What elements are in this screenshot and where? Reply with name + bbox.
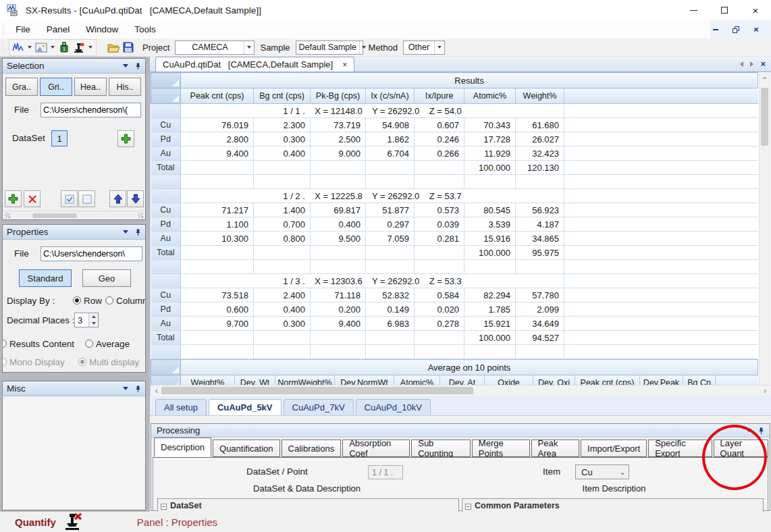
geo-button[interactable]: Geo [82,269,131,287]
properties-menu-icon[interactable] [123,230,128,234]
cell-au-1[interactable]: 0.300 [254,317,311,331]
menu-item-tools[interactable]: Tools [126,22,164,37]
row-header-total[interactable]: Total [151,331,181,345]
cell-cu-6[interactable]: 61.680 [516,118,564,132]
cell-total-3[interactable] [366,161,415,175]
cell-au-0[interactable]: 9.400 [181,147,254,161]
row-header-empty[interactable] [151,274,181,288]
cell-cu-2[interactable]: 73.719 [311,118,366,132]
item-combobox[interactable]: Cu ⌄ [575,464,629,479]
combobox-sample-arrow-icon[interactable] [359,41,368,54]
cell-au-2[interactable]: 9.000 [311,147,366,161]
cell-au-5[interactable]: 15.921 [464,317,516,331]
column-radio[interactable] [105,296,113,304]
combobox-method-arrow-icon[interactable] [434,41,444,54]
combobox-project-arrow-icon[interactable] [244,41,254,54]
cell-au-6[interactable]: 32.423 [516,147,564,161]
column-header-1[interactable]: Bg cnt (cps) [254,88,311,104]
cell-cu-1[interactable]: 1.400 [254,203,311,217]
cell-cu-3[interactable]: 54.908 [366,118,415,132]
row-header-total[interactable]: Total [151,161,181,175]
cell-empty[interactable] [516,345,564,359]
add-point-button[interactable] [5,190,22,207]
uncheck-all-button[interactable] [78,190,95,207]
standard-button[interactable]: Standard [19,269,72,287]
sheet-tab-cuaupd-5kv[interactable]: CuAuPd_5kV [209,399,282,415]
scroll-up-icon[interactable]: ⌃ [760,76,770,85]
misc-pin-icon[interactable] [135,385,141,393]
selection-menu-icon[interactable] [123,64,128,68]
row-header-cu[interactable]: Cu [151,288,181,302]
cell-au-5[interactable]: 15.916 [464,232,516,246]
cell-empty[interactable] [366,175,415,189]
results-content-label[interactable]: Results Content [9,339,74,349]
decimal-places-stepper[interactable]: 3 [74,313,99,327]
weight-icon[interactable]: 1 [57,40,72,55]
column-header-6[interactable]: Weight% [516,88,564,104]
cell-cu-6[interactable]: 57.780 [516,288,564,302]
processing-tab-sub-counting[interactable]: Sub Counting [411,440,471,457]
cell-au-3[interactable]: 6.704 [366,147,415,161]
column-header-5[interactable]: Atomic% [464,88,516,104]
row-header-cu[interactable]: Cu [151,203,181,217]
cell-cu-0[interactable]: 71.217 [181,203,254,217]
cell-au-4[interactable]: 0.278 [415,317,464,331]
combobox-project[interactable]: CAMECA [175,41,255,55]
cell-au-1[interactable]: 0.800 [254,232,311,246]
row-header-empty[interactable] [151,189,181,203]
average-radio[interactable] [85,340,93,348]
cell-pd-1[interactable]: 0.300 [254,132,311,147]
cell-pd-3[interactable]: 0.149 [366,302,415,317]
processing-tab-description[interactable]: Description [154,437,211,457]
cell-cu-2[interactable]: 71.118 [311,288,366,302]
cell-empty[interactable] [254,260,311,274]
cell-empty[interactable] [415,260,464,274]
processing-tab-layer-quant[interactable]: Layer Quant [714,440,768,457]
cell-pd-6[interactable]: 2.099 [516,302,564,317]
cell-empty[interactable] [254,345,311,359]
spectrum-chart-icon[interactable] [11,40,26,55]
processing-tab-import-export[interactable]: Import/Export [581,440,647,457]
menu-item-panel[interactable]: Panel [38,22,78,37]
row-header-cu[interactable]: Cu [151,118,181,132]
scroll-left-icon[interactable]: ‹ [152,385,161,396]
cell-cu-2[interactable]: 69.817 [311,203,366,217]
cell-pd-1[interactable]: 0.700 [254,217,311,232]
sheet-tab-cuaupd-10kv[interactable]: CuAuPd_10kV [356,399,431,415]
results-content-radio[interactable] [3,340,7,348]
cell-total-5[interactable]: 100.000 [464,246,516,260]
cell-au-4[interactable]: 0.266 [415,147,464,161]
row-radio[interactable] [73,296,81,304]
horizontal-scroll-thumb[interactable] [161,387,473,394]
cell-total-0[interactable] [181,331,254,345]
cell-cu-5[interactable]: 82.294 [464,288,516,302]
cell-pd-2[interactable]: 0.200 [311,302,366,317]
cell-empty[interactable] [181,345,254,359]
cell-cu-3[interactable]: 51.877 [366,203,415,217]
row-header-empty[interactable] [151,104,181,118]
spin-down-icon[interactable] [89,320,98,327]
collapse-icon2[interactable]: − [465,504,471,510]
dataset-number-box[interactable]: 1 [51,130,68,147]
cell-total-1[interactable] [254,161,311,175]
row-header-empty[interactable] [151,175,181,189]
maximize-button[interactable] [709,0,740,20]
cell-pd-6[interactable]: 26.027 [516,132,564,147]
move-up-button[interactable] [109,190,126,207]
move-down-button[interactable] [127,190,144,207]
selection-file-input[interactable] [41,103,141,117]
cell-total-1[interactable] [254,331,311,345]
selection-tab-Gra[interactable]: Gra.. [5,78,38,96]
column-header-4[interactable]: Ix/Ipure [415,88,464,104]
cell-pd-3[interactable]: 1.862 [366,132,415,147]
processing-tab-peak-area[interactable]: Peak Area [531,440,580,457]
processing-pin-icon[interactable] [758,427,764,435]
cell-au-5[interactable]: 11.929 [464,147,516,161]
row-header-au[interactable]: Au [151,317,181,331]
selection-tab-His[interactable]: His.. [109,78,141,96]
row-radio-label[interactable]: Row [84,296,102,306]
cell-cu-4[interactable]: 0.607 [415,118,464,132]
cell-empty[interactable] [181,260,254,274]
check-all-button[interactable] [61,190,78,207]
item-combobox-arrow-icon[interactable]: ⌄ [616,468,629,477]
